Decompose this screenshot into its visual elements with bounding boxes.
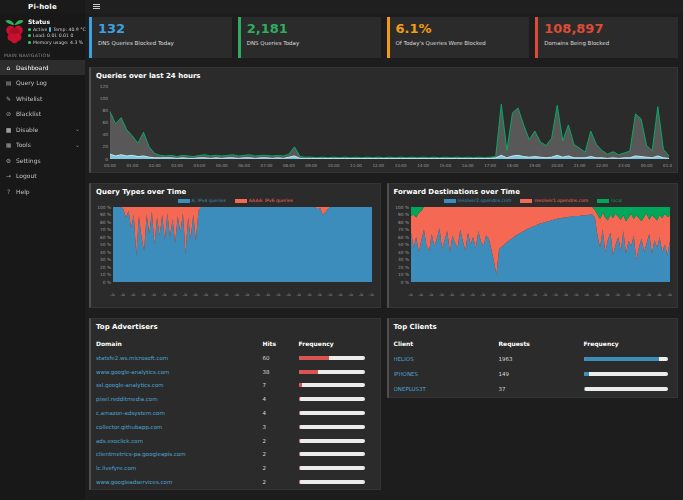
svg-text:10:00: 10:00 <box>328 163 340 168</box>
status-ok-icon <box>28 34 31 37</box>
svg-text:12:00: 12:00 <box>372 163 384 168</box>
sidebar-item-blacklist[interactable]: ⊘Blacklist <box>0 106 85 122</box>
sidebar-item-dashboard[interactable]: ⌂Dashboard <box>0 60 85 76</box>
top-navbar: Pi-hole <box>0 0 683 13</box>
advertiser-domain-link[interactable]: statsfe2.ws.microsoft.com <box>96 355 263 361</box>
svg-text:60 %: 60 % <box>398 235 409 240</box>
advertiser-domain-link[interactable]: clientmetrics-pa.googleapis.com <box>96 451 263 457</box>
advertiser-domain-link[interactable]: ssl.google-analytics.com <box>96 382 263 388</box>
advertiser-domain-link[interactable]: www.googleadservices.com <box>96 479 263 485</box>
advertisers-rows: statsfe2.ws.microsoft.com60www.google-an… <box>96 351 375 489</box>
legend-item: local <box>597 198 622 203</box>
svg-text:03:00: 03:00 <box>171 163 183 168</box>
svg-text:02:00: 02:00 <box>125 292 137 296</box>
frequency-bar <box>299 397 365 401</box>
svg-text:100 %: 100 % <box>395 205 409 210</box>
svg-text:09:00: 09:00 <box>305 163 317 168</box>
svg-text:90 %: 90 % <box>398 212 409 217</box>
brand-title[interactable]: Pi-hole <box>0 0 85 13</box>
sidebar-item-label: Settings <box>16 157 41 164</box>
query-types-legend: A: IPv4 queriesAAAA: IPv6 queries <box>96 198 375 203</box>
advertiser-domain-link[interactable]: pixel.redditmedia.com <box>96 396 263 402</box>
svg-text:0 %: 0 % <box>400 280 408 285</box>
client-name-link[interactable]: ONEPLUS3T <box>394 386 499 392</box>
frequency-bar <box>299 383 365 387</box>
svg-text:09:00: 09:00 <box>197 292 209 296</box>
col-hits: Hits <box>263 340 299 347</box>
svg-text:04:00: 04:00 <box>145 292 157 296</box>
svg-text:17:00: 17:00 <box>280 292 292 296</box>
sidebar-item-help[interactable]: ?Help <box>0 184 85 200</box>
advertiser-domain-link[interactable]: collector.githubapp.com <box>96 424 263 430</box>
svg-text:05:00: 05:00 <box>156 292 168 296</box>
advertiser-domain-link[interactable]: lc.livefyre.com <box>96 465 263 471</box>
svg-text:07:00: 07:00 <box>474 292 486 296</box>
chart-svg: 100 %90 %80 %70 %60 %50 %40 %30 %20 %10 … <box>394 204 673 296</box>
temperature-icon <box>49 27 51 32</box>
sidebar-item-label: Tools <box>16 141 31 148</box>
svg-text:06:00: 06:00 <box>238 163 250 168</box>
svg-text:60: 60 <box>103 120 109 125</box>
sidebar-item-disable[interactable]: ■Disable⌄ <box>0 122 85 138</box>
client-name-link[interactable]: IPHONES <box>394 371 499 377</box>
sidebar-item-tools[interactable]: ▦Tools⌄ <box>0 137 85 153</box>
svg-text:07:00: 07:00 <box>261 163 273 168</box>
svg-text:60 %: 60 % <box>100 235 111 240</box>
svg-text:13:00: 13:00 <box>395 163 407 168</box>
advertiser-domain-link[interactable]: ads.exoclick.com <box>96 438 263 444</box>
svg-text:18:00: 18:00 <box>588 292 600 296</box>
client-name-link[interactable]: HELIOS <box>394 356 499 362</box>
svg-text:0: 0 <box>105 157 108 162</box>
advertiser-hits: 2 <box>263 451 299 457</box>
legend-label: AAAA: IPv6 queries <box>249 198 293 203</box>
svg-text:100: 100 <box>100 96 108 101</box>
sidebar-item-settings[interactable]: ⚙Settings <box>0 153 85 169</box>
menu-toggle-icon[interactable] <box>85 0 107 13</box>
legend-label: local <box>611 198 622 203</box>
svg-text:09:00: 09:00 <box>495 292 507 296</box>
svg-text:20:00: 20:00 <box>551 163 563 168</box>
stat-label: Of Today's Queries Were Blocked <box>396 40 524 46</box>
status-load-label: Load: 0.01 0.01 0 <box>33 33 73 38</box>
svg-text:120: 120 <box>100 84 108 89</box>
table-header: Domain Hits Frequency <box>96 335 375 351</box>
advertiser-row: www.googleadservices.com2 <box>96 475 375 489</box>
forward-destinations-panel: Forward Destinations over Time resolver2… <box>387 183 679 308</box>
advertiser-row: pixel.redditmedia.com4 <box>96 392 375 406</box>
svg-text:40: 40 <box>103 132 109 137</box>
svg-text:06:00: 06:00 <box>166 292 178 296</box>
svg-text:19:00: 19:00 <box>529 163 541 168</box>
panel-title: Forward Destinations over Time <box>394 188 673 196</box>
svg-text:11:00: 11:00 <box>350 163 362 168</box>
legend-label: resolver2.opendns.com <box>458 198 512 203</box>
panel-title: Query Types over Time <box>96 188 375 196</box>
sidebar-item-query-log[interactable]: ▤Query Log <box>0 75 85 91</box>
advertiser-hits: 7 <box>263 382 299 388</box>
advertiser-hits: 2 <box>263 479 299 485</box>
svg-text:17:00: 17:00 <box>484 163 496 168</box>
advertiser-domain-link[interactable]: www.google-analytics.com <box>96 369 263 375</box>
client-requests: 1963 <box>499 356 584 362</box>
legend-label: resolver1.opendns.com <box>534 198 588 203</box>
sidebar-item-label: Dashboard <box>16 64 49 71</box>
svg-text:23:00: 23:00 <box>618 163 630 168</box>
status-section: Status Active Temp: 40.9 °C Load: 0.01 0… <box>0 13 85 49</box>
svg-text:01:00: 01:00 <box>660 292 672 296</box>
advertiser-row: www.google-analytics.com38 <box>96 365 375 379</box>
stat-label: DNS Queries Today <box>247 40 375 46</box>
sidebar-item-logout[interactable]: →Logout <box>0 168 85 184</box>
legend-item: A: IPv4 queries <box>178 198 226 203</box>
stat-box-dns-queries-today: 2,181DNS Queries Today <box>238 17 381 58</box>
svg-text:14:00: 14:00 <box>546 292 558 296</box>
svg-text:12:00: 12:00 <box>526 292 538 296</box>
advertiser-domain-link[interactable]: c.amazon-adsystem.com <box>96 410 263 416</box>
svg-text:00:00: 00:00 <box>104 163 116 168</box>
whitelist-icon: ✎ <box>5 95 12 102</box>
frequency-bar <box>584 387 668 391</box>
top-advertisers-panel: Top Advertisers Domain Hits Frequency st… <box>89 318 381 490</box>
sidebar-item-whitelist[interactable]: ✎Whitelist <box>0 91 85 107</box>
advertiser-hits: 3 <box>263 424 299 430</box>
status-memory-label: Memory usage: 4.3 % <box>33 40 83 45</box>
client-row: HELIOS1963 <box>394 351 673 366</box>
svg-text:19:00: 19:00 <box>301 292 313 296</box>
